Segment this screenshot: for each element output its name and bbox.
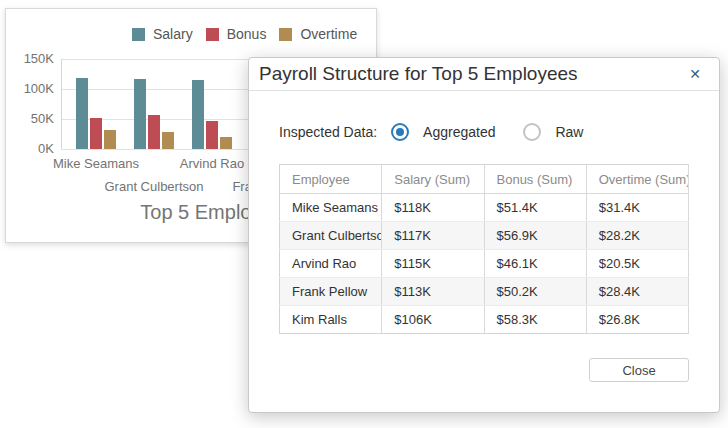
table-cell: Kim Ralls <box>280 306 382 334</box>
dialog-header: Payroll Structure for Top 5 Employees ✕ <box>249 58 719 91</box>
table-cell: Mike Seamans <box>280 194 382 222</box>
x-axis-label-mike-seamans: Mike Seamans <box>36 156 156 171</box>
radio-aggregated[interactable]: Aggregated <box>391 123 517 141</box>
legend-item-bonus[interactable]: Bonus <box>206 26 267 42</box>
bar-bonus-grant-culbertson[interactable] <box>148 115 160 149</box>
column-header-salary-sum-: Salary (Sum) <box>382 165 484 194</box>
bar-overtime-arvind-rao[interactable] <box>220 137 232 149</box>
table-cell: $46.1K <box>484 250 586 278</box>
table-cell: $51.4K <box>484 194 586 222</box>
table-row-arvind-rao: Arvind Rao$115K$46.1K$20.5K <box>280 250 689 278</box>
table-cell: $106K <box>382 306 484 334</box>
app-background: SalaryBonusOvertime Top 5 Employees 0K50… <box>0 0 728 428</box>
y-axis-line <box>61 59 62 149</box>
x-axis-label-grant-culbertson: Grant Culbertson <box>94 179 214 194</box>
y-axis-tick: 150K <box>6 51 54 66</box>
column-header-employee: Employee <box>280 165 382 194</box>
y-axis-tick: 50K <box>6 111 54 126</box>
legend-label: Salary <box>153 26 193 42</box>
close-icon[interactable]: ✕ <box>685 65 705 83</box>
bar-salary-mike-seamans[interactable] <box>76 78 88 149</box>
radio-unselected-icon <box>523 123 541 141</box>
table-header-row: EmployeeSalary (Sum)Bonus (Sum)Overtime … <box>280 165 689 194</box>
table-cell: $28.2K <box>586 222 688 250</box>
table-cell: Grant Culbertson <box>280 222 382 250</box>
table-row-frank-pellow: Frank Pellow$113K$50.2K$28.4K <box>280 278 689 306</box>
legend-label: Bonus <box>227 26 267 42</box>
bar-bonus-mike-seamans[interactable] <box>90 118 102 149</box>
payroll-dialog: Payroll Structure for Top 5 Employees ✕ … <box>248 57 720 413</box>
bar-overtime-mike-seamans[interactable] <box>104 130 116 149</box>
table-cell: $113K <box>382 278 484 306</box>
radio-selected-icon <box>391 123 409 141</box>
payroll-table: EmployeeSalary (Sum)Bonus (Sum)Overtime … <box>279 164 689 334</box>
radio-aggregated-label: Aggregated <box>423 124 495 140</box>
y-axis-tick: 0K <box>6 141 54 156</box>
table-cell: $20.5K <box>586 250 688 278</box>
legend-item-salary[interactable]: Salary <box>132 26 193 42</box>
table-cell: $28.4K <box>586 278 688 306</box>
close-button[interactable]: Close <box>589 358 689 382</box>
column-header-overtime-sum-: Overtime (Sum) <box>586 165 688 194</box>
legend-label: Overtime <box>300 26 357 42</box>
table-row-mike-seamans: Mike Seamans$118K$51.4K$31.4K <box>280 194 689 222</box>
table-cell: Frank Pellow <box>280 278 382 306</box>
legend-swatch-bonus-icon <box>206 28 219 41</box>
table-cell: $117K <box>382 222 484 250</box>
table-row-grant-culbertson: Grant Culbertson$117K$56.9K$28.2K <box>280 222 689 250</box>
legend-item-overtime[interactable]: Overtime <box>279 26 357 42</box>
legend-swatch-salary-icon <box>132 28 145 41</box>
bar-overtime-grant-culbertson[interactable] <box>162 132 174 149</box>
table-cell: $56.9K <box>484 222 586 250</box>
table-cell: $31.4K <box>586 194 688 222</box>
table-cell: $26.8K <box>586 306 688 334</box>
bar-salary-grant-culbertson[interactable] <box>134 79 146 149</box>
legend-swatch-overtime-icon <box>279 28 292 41</box>
bar-bonus-arvind-rao[interactable] <box>206 121 218 149</box>
dialog-title: Payroll Structure for Top 5 Employees <box>259 63 685 85</box>
radio-raw-label: Raw <box>555 124 583 140</box>
column-header-bonus-sum-: Bonus (Sum) <box>484 165 586 194</box>
inspected-data-row: Inspected Data: Aggregated Raw <box>279 122 605 142</box>
chart-legend: SalaryBonusOvertime <box>132 26 357 42</box>
radio-raw[interactable]: Raw <box>523 123 605 141</box>
table-cell: $115K <box>382 250 484 278</box>
bar-salary-arvind-rao[interactable] <box>192 80 204 149</box>
table-cell: Arvind Rao <box>280 250 382 278</box>
inspected-data-label: Inspected Data: <box>279 124 377 140</box>
table-cell: $58.3K <box>484 306 586 334</box>
y-axis-tick: 100K <box>6 81 54 96</box>
table-cell: $118K <box>382 194 484 222</box>
table-cell: $50.2K <box>484 278 586 306</box>
table-row-kim-ralls: Kim Ralls$106K$58.3K$26.8K <box>280 306 689 334</box>
